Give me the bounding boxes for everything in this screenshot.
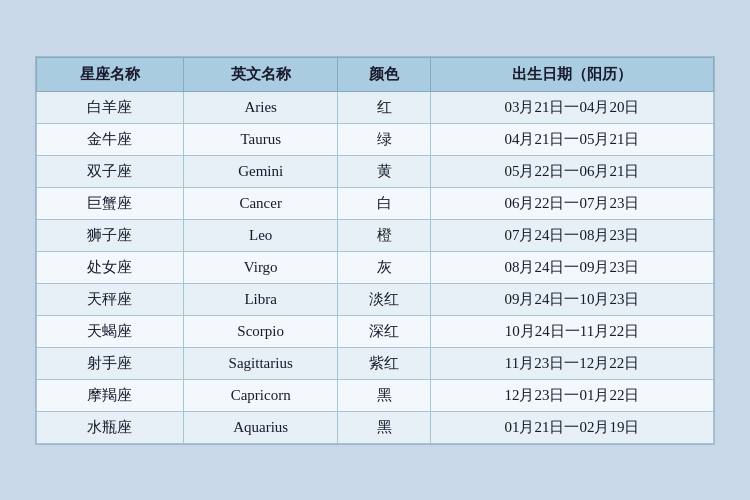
cell-chinese-name: 白羊座 (37, 91, 184, 123)
cell-dates: 01月21日一02月19日 (430, 411, 713, 443)
cell-color: 橙 (338, 219, 431, 251)
table-row: 狮子座Leo橙07月24日一08月23日 (37, 219, 714, 251)
cell-color: 深红 (338, 315, 431, 347)
cell-chinese-name: 双子座 (37, 155, 184, 187)
table-row: 白羊座Aries红03月21日一04月20日 (37, 91, 714, 123)
cell-english-name: Aries (183, 91, 338, 123)
cell-english-name: Virgo (183, 251, 338, 283)
cell-dates: 07月24日一08月23日 (430, 219, 713, 251)
cell-english-name: Gemini (183, 155, 338, 187)
cell-english-name: Leo (183, 219, 338, 251)
cell-dates: 05月22日一06月21日 (430, 155, 713, 187)
table-row: 射手座Sagittarius紫红11月23日一12月22日 (37, 347, 714, 379)
table-body: 白羊座Aries红03月21日一04月20日金牛座Taurus绿04月21日一0… (37, 91, 714, 443)
cell-english-name: Sagittarius (183, 347, 338, 379)
table-row: 双子座Gemini黄05月22日一06月21日 (37, 155, 714, 187)
cell-dates: 12月23日一01月22日 (430, 379, 713, 411)
cell-color: 淡红 (338, 283, 431, 315)
cell-color: 黑 (338, 411, 431, 443)
cell-dates: 04月21日一05月21日 (430, 123, 713, 155)
cell-dates: 06月22日一07月23日 (430, 187, 713, 219)
cell-chinese-name: 天蝎座 (37, 315, 184, 347)
cell-chinese-name: 金牛座 (37, 123, 184, 155)
zodiac-table-container: 星座名称 英文名称 颜色 出生日期（阳历） 白羊座Aries红03月21日一04… (35, 56, 715, 445)
cell-english-name: Cancer (183, 187, 338, 219)
cell-chinese-name: 摩羯座 (37, 379, 184, 411)
table-row: 金牛座Taurus绿04月21日一05月21日 (37, 123, 714, 155)
table-row: 天秤座Libra淡红09月24日一10月23日 (37, 283, 714, 315)
cell-english-name: Aquarius (183, 411, 338, 443)
cell-color: 黄 (338, 155, 431, 187)
zodiac-table: 星座名称 英文名称 颜色 出生日期（阳历） 白羊座Aries红03月21日一04… (36, 57, 714, 444)
cell-chinese-name: 射手座 (37, 347, 184, 379)
header-chinese-name: 星座名称 (37, 57, 184, 91)
header-color: 颜色 (338, 57, 431, 91)
cell-chinese-name: 水瓶座 (37, 411, 184, 443)
table-row: 巨蟹座Cancer白06月22日一07月23日 (37, 187, 714, 219)
cell-dates: 03月21日一04月20日 (430, 91, 713, 123)
table-row: 摩羯座Capricorn黑12月23日一01月22日 (37, 379, 714, 411)
cell-english-name: Capricorn (183, 379, 338, 411)
table-header-row: 星座名称 英文名称 颜色 出生日期（阳历） (37, 57, 714, 91)
cell-english-name: Taurus (183, 123, 338, 155)
cell-chinese-name: 巨蟹座 (37, 187, 184, 219)
cell-color: 紫红 (338, 347, 431, 379)
cell-color: 白 (338, 187, 431, 219)
cell-chinese-name: 天秤座 (37, 283, 184, 315)
cell-color: 灰 (338, 251, 431, 283)
cell-chinese-name: 处女座 (37, 251, 184, 283)
table-row: 处女座Virgo灰08月24日一09月23日 (37, 251, 714, 283)
cell-english-name: Scorpio (183, 315, 338, 347)
cell-dates: 08月24日一09月23日 (430, 251, 713, 283)
header-dates: 出生日期（阳历） (430, 57, 713, 91)
header-english-name: 英文名称 (183, 57, 338, 91)
cell-dates: 11月23日一12月22日 (430, 347, 713, 379)
cell-dates: 10月24日一11月22日 (430, 315, 713, 347)
cell-dates: 09月24日一10月23日 (430, 283, 713, 315)
cell-color: 绿 (338, 123, 431, 155)
table-row: 水瓶座Aquarius黑01月21日一02月19日 (37, 411, 714, 443)
cell-chinese-name: 狮子座 (37, 219, 184, 251)
table-row: 天蝎座Scorpio深红10月24日一11月22日 (37, 315, 714, 347)
cell-color: 红 (338, 91, 431, 123)
cell-color: 黑 (338, 379, 431, 411)
cell-english-name: Libra (183, 283, 338, 315)
